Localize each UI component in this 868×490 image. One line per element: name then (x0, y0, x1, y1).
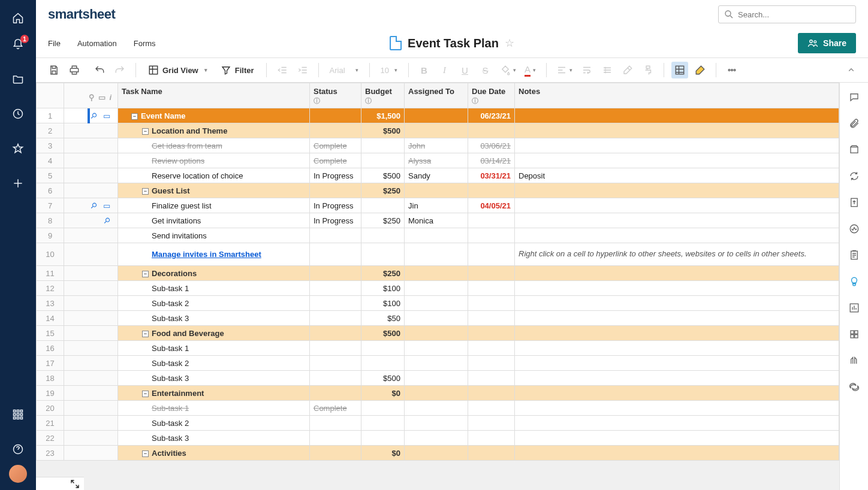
budget-cell[interactable]: $0 (361, 386, 405, 401)
notes-cell[interactable] (515, 138, 839, 153)
assigned-cell[interactable] (405, 108, 468, 123)
row-number[interactable]: 19 (37, 386, 64, 401)
collapse-toggle[interactable]: − (131, 113, 138, 120)
notes-cell[interactable] (515, 401, 839, 416)
underline-button[interactable]: U (457, 62, 474, 78)
table-row[interactable]: 21Sub-task 2 (37, 416, 839, 431)
task-cell[interactable]: Sub-task 2 (118, 296, 310, 311)
due-cell[interactable] (468, 341, 515, 356)
notes-cell[interactable] (515, 266, 839, 281)
table-row[interactable]: 12Sub-task 1$100 (37, 281, 839, 296)
task-cell[interactable]: Sub-task 3 (118, 431, 310, 446)
table-row[interactable]: 23−Activities$0 (37, 446, 839, 461)
task-cell[interactable]: Sub-task 3 (118, 311, 310, 326)
status-cell[interactable] (310, 266, 361, 281)
assigned-cell[interactable] (405, 341, 468, 356)
due-cell[interactable] (468, 281, 515, 296)
table-row[interactable]: 18Sub-task 3$500 (37, 371, 839, 386)
align-button[interactable] (554, 62, 575, 78)
budget-cell[interactable]: $250 (361, 183, 405, 198)
assigned-cell[interactable] (405, 228, 468, 243)
row-number[interactable]: 13 (37, 296, 64, 311)
status-cell[interactable] (310, 431, 361, 446)
notes-cell[interactable] (515, 371, 839, 386)
table-row[interactable]: 17Sub-task 2 (37, 356, 839, 371)
row-number[interactable]: 9 (37, 228, 64, 243)
table-row[interactable]: 10Manage invites in SmartsheetRight clic… (37, 243, 839, 266)
fontsize-selector[interactable]: 10 (377, 62, 401, 78)
view-switcher[interactable]: Grid View (143, 62, 212, 78)
status-cell[interactable] (310, 371, 361, 386)
table-row[interactable]: 7⚲▭Finalize guest listIn ProgressJin04/0… (37, 198, 839, 213)
assigned-cell[interactable] (405, 401, 468, 416)
table-row[interactable]: 20Sub-task 1Complete (37, 401, 839, 416)
strikethrough-button[interactable]: S (477, 62, 494, 78)
task-cell[interactable]: Finalize guest list (118, 198, 310, 213)
assigned-cell[interactable] (405, 356, 468, 371)
collapse-toolbar-icon[interactable] (844, 63, 858, 77)
notes-cell[interactable] (515, 356, 839, 371)
due-cell[interactable]: 06/23/21 (468, 108, 515, 123)
more-button[interactable] (724, 62, 740, 78)
status-cell[interactable]: In Progress (310, 213, 361, 228)
budget-cell[interactable]: $100 (361, 296, 405, 311)
due-cell[interactable] (468, 386, 515, 401)
budget-cell[interactable]: $100 (361, 281, 405, 296)
home-icon[interactable] (7, 7, 29, 29)
sheet-table[interactable]: ⚲▭i Task Name Statusⓘ Budgetⓘ Assigned T… (36, 83, 839, 461)
budget-cell[interactable]: $500 (361, 168, 405, 183)
share-button[interactable]: Share (798, 33, 856, 53)
filter-button[interactable]: Filter (216, 62, 259, 78)
budget-cell[interactable] (361, 228, 405, 243)
budget-cell[interactable] (361, 138, 405, 153)
assigned-cell[interactable] (405, 371, 468, 386)
user-avatar[interactable] (9, 465, 27, 483)
menu-file[interactable]: File (48, 39, 61, 48)
search-input[interactable] (738, 10, 851, 19)
status-cell[interactable] (310, 326, 361, 341)
conditional-format-button[interactable] (671, 62, 688, 78)
budget-cell[interactable]: $50 (361, 311, 405, 326)
fill-color-button[interactable] (498, 62, 519, 78)
favorite-star-icon[interactable]: ☆ (505, 37, 514, 50)
status-cell[interactable] (310, 183, 361, 198)
task-cell[interactable]: −Decorations (118, 266, 310, 281)
status-cell[interactable] (310, 123, 361, 138)
print-button[interactable] (66, 62, 83, 78)
conversations-icon[interactable] (847, 90, 861, 104)
due-cell[interactable] (468, 183, 515, 198)
assigned-cell[interactable] (405, 281, 468, 296)
notes-cell[interactable] (515, 446, 839, 461)
search-box[interactable] (718, 5, 856, 23)
task-cell[interactable]: −Entertainment (118, 386, 310, 401)
task-cell[interactable]: Sub-task 1 (118, 281, 310, 296)
notes-cell[interactable]: Right click on a cell to hyperlink to ot… (515, 243, 839, 266)
status-cell[interactable]: Complete (310, 138, 361, 153)
notes-cell[interactable] (515, 296, 839, 311)
comment-icon[interactable]: ▭ (103, 201, 110, 210)
task-cell[interactable]: Sub-task 1 (118, 401, 310, 416)
budget-cell[interactable]: $250 (361, 266, 405, 281)
assigned-cell[interactable] (405, 431, 468, 446)
task-cell[interactable]: −Food and Beverage (118, 326, 310, 341)
status-cell[interactable] (310, 356, 361, 371)
assigned-cell[interactable]: Jin (405, 198, 468, 213)
italic-button[interactable]: I (436, 62, 453, 78)
collapse-toggle[interactable]: − (142, 128, 149, 135)
proofs-icon[interactable] (847, 143, 861, 157)
undo-button[interactable] (91, 62, 108, 78)
assigned-cell[interactable]: Alyssa (405, 153, 468, 168)
due-cell[interactable] (468, 326, 515, 341)
table-row[interactable]: 22Sub-task 3 (37, 431, 839, 446)
budget-header[interactable]: Budgetⓘ (361, 83, 405, 108)
row-number[interactable]: 18 (37, 371, 64, 386)
task-cell[interactable]: Send invitations (118, 228, 310, 243)
budget-cell[interactable] (361, 416, 405, 431)
row-number[interactable]: 15 (37, 326, 64, 341)
due-cell[interactable]: 03/06/21 (468, 138, 515, 153)
summary-icon[interactable] (847, 248, 861, 262)
table-row[interactable]: 19−Entertainment$0 (37, 386, 839, 401)
collapse-toggle[interactable]: − (142, 188, 149, 195)
browse-icon[interactable] (7, 68, 29, 90)
budget-cell[interactable] (361, 401, 405, 416)
